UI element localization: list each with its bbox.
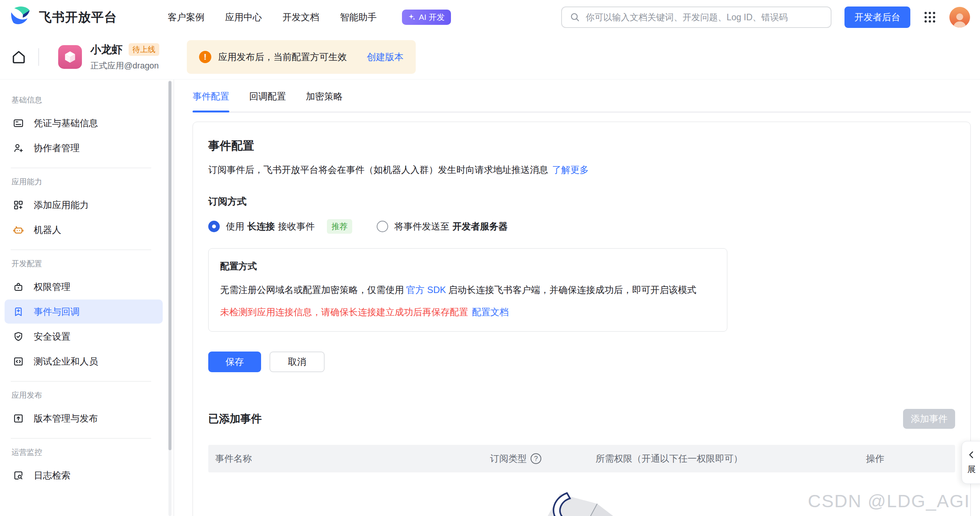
empty-state-illustration	[208, 482, 955, 516]
section-app-release: 应用发布	[11, 390, 173, 401]
screen: 飞书开放平台 客户案例 应用中心 开发文档 智能助手 AI 开发	[0, 0, 980, 516]
added-events-title: 已添加事件	[208, 412, 262, 426]
brand-logo[interactable]: 飞书开放平台	[9, 4, 117, 30]
sidebar-item-add-capability[interactable]: 添加应用能力	[5, 193, 163, 217]
sidebar-item-label: 测试企业和人员	[34, 355, 98, 368]
col-required-permissions: 所需权限（开通以下任一权限即可）	[596, 445, 743, 472]
sidebar-item-permissions[interactable]: 权限管理	[5, 275, 163, 299]
subscribe-method-options: 使用长连接接收事件 推荐 将事件发送至开发者服务器	[208, 219, 955, 234]
create-version-link[interactable]: 创建版本	[367, 51, 403, 63]
app-grid-icon[interactable]	[923, 11, 936, 24]
tab-event-config[interactable]: 事件配置	[193, 90, 229, 112]
sidebar-item-security[interactable]: 安全设置	[5, 324, 163, 348]
tab-encryption-policy[interactable]: 加密策略	[306, 90, 343, 112]
expand-panel-handle[interactable]: 展	[962, 441, 980, 484]
subscribe-method-heading: 订阅方式	[208, 195, 955, 208]
section-basic-info: 基础信息	[11, 95, 173, 106]
blocks-plus-icon	[12, 199, 24, 211]
sidebar-divider	[11, 168, 151, 168]
radio-long-connection[interactable]: 使用长连接接收事件 推荐	[208, 219, 352, 234]
code-square-icon	[12, 355, 24, 368]
sidebar-item-bot[interactable]: 机器人	[5, 218, 163, 242]
cube-icon	[62, 49, 78, 65]
publish-notice-banner: ! 应用发布后，当前配置方可生效 创建版本	[187, 40, 416, 74]
config-doc-link[interactable]: 配置文档	[472, 307, 509, 317]
learn-more-link[interactable]: 了解更多	[552, 164, 589, 175]
app-name: 小龙虾	[90, 42, 122, 57]
home-button[interactable]	[9, 47, 28, 67]
recommended-badge: 推荐	[327, 219, 352, 234]
radio-developer-server[interactable]: 将事件发送至开发者服务器	[377, 220, 511, 233]
add-event-button[interactable]: 添加事件	[903, 409, 955, 429]
top-navbar: 飞书开放平台 客户案例 应用中心 开发文档 智能助手 AI 开发	[0, 0, 980, 34]
search-icon	[570, 12, 580, 23]
briefcase-lock-icon	[12, 281, 24, 293]
sidebar-item-label: 添加应用能力	[34, 199, 89, 211]
save-button[interactable]: 保存	[208, 352, 261, 372]
col-actions: 操作	[866, 445, 884, 472]
sidebar-item-log-search[interactable]: 日志检索	[5, 463, 163, 487]
home-icon	[11, 49, 27, 65]
added-events-header: 已添加事件 添加事件	[208, 409, 955, 429]
nav-ai-assistant[interactable]: 智能助手	[340, 11, 377, 23]
nav-dev-docs[interactable]: 开发文档	[283, 11, 319, 23]
sidebar: 基础信息 凭证与基础信息 协作者管理 应用能力	[0, 80, 174, 516]
shield-check-icon	[12, 330, 24, 343]
main-content: 事件配置 回调配置 加密策略 事件配置 订阅事件后，飞书开放平台将会在事件（如机…	[174, 80, 980, 516]
page-description: 订阅事件后，飞书开放平台将会在事件（如机器人入群）发生时向请求地址推送消息了解更…	[208, 164, 955, 176]
sidebar-item-label: 权限管理	[34, 281, 70, 293]
log-search-icon	[12, 469, 24, 482]
sidebar-item-collaborators[interactable]: 协作者管理	[5, 136, 163, 160]
top-nav-items: 客户案例 应用中心 开发文档 智能助手 AI 开发	[168, 10, 451, 25]
cancel-button[interactable]: 取消	[270, 352, 325, 372]
bookmark-plus-icon	[12, 306, 24, 318]
action-buttons: 保存 取消	[208, 352, 955, 372]
developer-console-button[interactable]: 开发者后台	[844, 7, 910, 28]
radio-selected-icon[interactable]	[208, 221, 220, 232]
expand-label: 展	[967, 464, 976, 475]
sidebar-item-label: 日志检索	[34, 469, 70, 482]
user-avatar[interactable]	[949, 7, 970, 28]
header-divider	[38, 48, 39, 66]
question-circle-icon[interactable]: ?	[531, 453, 541, 464]
official-sdk-link[interactable]: 官方 SDK	[406, 285, 446, 295]
nav-app-center[interactable]: 应用中心	[225, 11, 262, 23]
sidebar-scrollbar-thumb[interactable]	[168, 81, 172, 450]
sidebar-item-label: 凭证与基础信息	[34, 117, 98, 129]
col-subscription-type: 订阅类型 ?	[490, 445, 541, 472]
chevron-left-icon	[967, 450, 977, 460]
sidebar-item-credentials[interactable]: 凭证与基础信息	[5, 111, 163, 135]
warning-icon: !	[199, 51, 211, 63]
open-box-illustration	[534, 482, 630, 516]
app-icon[interactable]	[58, 45, 82, 69]
page-body: 基础信息 凭证与基础信息 协作者管理 应用能力	[0, 80, 980, 516]
sidebar-divider	[11, 438, 151, 439]
sidebar-item-test-org[interactable]: 测试企业和人员	[5, 349, 163, 373]
section-ops-monitoring: 运营监控	[11, 447, 173, 458]
search-input[interactable]	[586, 12, 823, 23]
nav-customer-cases[interactable]: 客户案例	[168, 11, 204, 23]
config-method-title: 配置方式	[220, 260, 715, 272]
radio-unselected-icon[interactable]	[377, 221, 388, 232]
upload-square-icon	[12, 412, 24, 425]
sidebar-item-label: 机器人	[34, 224, 61, 236]
tab-callback-config[interactable]: 回调配置	[249, 90, 286, 112]
sidebar-item-events-callbacks[interactable]: 事件与回调	[5, 300, 163, 324]
section-app-capability: 应用能力	[11, 177, 173, 187]
app-meta: 小龙虾 待上线 正式应用@dragon	[90, 42, 159, 72]
person-silhouette-icon	[949, 9, 970, 28]
col-event-name: 事件名称	[215, 445, 252, 472]
page-title: 事件配置	[208, 138, 955, 154]
ai-dev-badge[interactable]: AI 开发	[402, 10, 451, 25]
config-method-description: 无需注册公网域名或配置加密策略，仅需使用官方 SDK启动长连接飞书客户端，并确保…	[220, 284, 715, 296]
sparkle-icon	[408, 13, 416, 21]
sidebar-scrollbar-track	[168, 80, 172, 516]
app-header: 小龙虾 待上线 正式应用@dragon ! 应用发布后，当前配置方可生效 创建版…	[0, 34, 980, 80]
events-table-header: 事件名称 订阅类型 ? 所需权限（开通以下任一权限即可） 操作	[208, 445, 955, 472]
topnav-right: 开发者后台	[561, 7, 970, 28]
event-config-card: 事件配置 订阅事件后，飞书开放平台将会在事件（如机器人入群）发生时向请求地址推送…	[193, 122, 971, 516]
app-subtitle: 正式应用@dragon	[90, 60, 159, 72]
sidebar-item-version-release[interactable]: 版本管理与发布	[5, 406, 163, 430]
person-plus-icon	[12, 142, 24, 154]
sidebar-item-label: 安全设置	[34, 330, 70, 343]
